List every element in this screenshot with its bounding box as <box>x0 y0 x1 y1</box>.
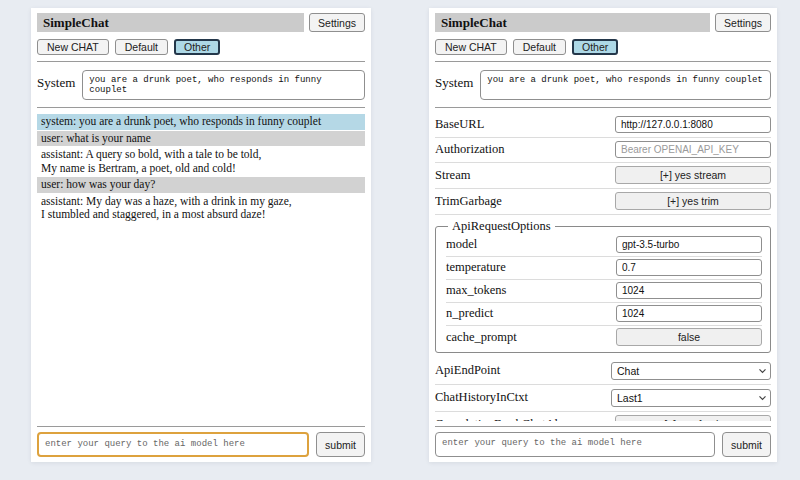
session-other-button[interactable]: Other <box>174 39 220 55</box>
chat-view-panel: SimpleChat Settings New CHAT Default Oth… <box>31 8 371 462</box>
cache-prompt-label: cache_prompt <box>446 330 517 345</box>
header: SimpleChat Settings <box>435 13 771 32</box>
cache-prompt-toggle-button[interactable]: false <box>616 328 762 346</box>
system-prompt-row: System you are a drunk poet, who respond… <box>435 70 771 100</box>
query-input[interactable] <box>37 432 309 457</box>
trimgarbage-toggle-button[interactable]: [+] yes trim <box>615 192 771 210</box>
system-prompt-row: System you are a drunk poet, who respond… <box>37 70 365 100</box>
setting-row-completionfreshchatalways: CompletionFreshChatAlways [+] yes fresh <box>435 412 771 421</box>
chat-message-assistant: assistant: A query so bold, with a tale … <box>37 147 365 176</box>
setting-row-n-predict: n_predict <box>446 303 762 326</box>
baseurl-input[interactable] <box>615 116 771 133</box>
chathistoryinctxt-label: ChatHistoryInCtxt <box>435 390 528 405</box>
model-input[interactable] <box>616 236 762 253</box>
authorization-input[interactable] <box>615 141 771 158</box>
new-chat-button[interactable]: New CHAT <box>435 39 507 55</box>
authorization-label: Authorization <box>435 142 504 157</box>
session-default-button[interactable]: Default <box>513 39 566 55</box>
n-predict-input[interactable] <box>616 305 762 322</box>
chathistoryinctxt-select[interactable]: Last1 <box>611 389 771 407</box>
query-input[interactable] <box>435 432 715 457</box>
app-title: SimpleChat <box>435 13 710 32</box>
baseurl-label: BaseURL <box>435 117 484 132</box>
system-label: System <box>37 70 75 91</box>
chevron-down-icon <box>758 393 767 401</box>
setting-row-authorization: Authorization <box>435 138 771 163</box>
setting-row-temperature: temperature <box>446 257 762 280</box>
session-bar: New CHAT Default Other <box>37 39 365 55</box>
system-prompt-textarea[interactable]: you are a drunk poet, who responds in fu… <box>480 70 771 100</box>
max-tokens-input[interactable] <box>616 282 762 299</box>
query-row: submit <box>435 432 771 457</box>
query-row: submit <box>37 432 365 457</box>
chathistoryinctxt-select-wrap: Last1 <box>611 388 771 407</box>
settings-view-panel: SimpleChat Settings New CHAT Default Oth… <box>429 8 777 462</box>
divider <box>37 107 365 108</box>
completionfreshchatalways-toggle-button[interactable]: [+] yes fresh <box>615 415 771 421</box>
system-label: System <box>435 70 473 91</box>
divider <box>435 426 771 427</box>
divider <box>435 107 771 108</box>
new-chat-button[interactable]: New CHAT <box>37 39 109 55</box>
chat-message-user: user: what is your name <box>37 131 365 147</box>
header: SimpleChat Settings <box>37 13 365 32</box>
settings-button[interactable]: Settings <box>309 13 365 32</box>
divider <box>37 61 365 62</box>
chat-message-system: system: you are a drunk poet, who respon… <box>37 114 365 130</box>
n-predict-label: n_predict <box>446 306 493 321</box>
trimgarbage-label: TrimGarbage <box>435 194 502 209</box>
submit-button[interactable]: submit <box>316 432 365 457</box>
setting-row-apiendpoint: ApiEndPoint Chat <box>435 358 771 385</box>
app-title: SimpleChat <box>37 13 304 32</box>
apiendpoint-label: ApiEndPoint <box>435 363 500 378</box>
chevron-down-icon <box>758 366 767 374</box>
submit-button[interactable]: submit <box>722 432 771 457</box>
divider <box>435 61 771 62</box>
temperature-input[interactable] <box>616 259 762 276</box>
divider <box>37 426 365 427</box>
system-prompt-textarea[interactable]: you are a drunk poet, who responds in fu… <box>82 70 365 100</box>
apiendpoint-select-wrap: Chat <box>611 361 771 380</box>
setting-row-model: model <box>446 234 762 257</box>
session-default-button[interactable]: Default <box>115 39 168 55</box>
max-tokens-label: max_tokens <box>446 283 506 298</box>
session-bar: New CHAT Default Other <box>435 39 771 55</box>
setting-row-chathistoryinctxt: ChatHistoryInCtxt Last1 <box>435 385 771 412</box>
settings-button[interactable]: Settings <box>715 13 771 32</box>
chat-message-list: system: you are a drunk poet, who respon… <box>37 114 365 421</box>
setting-row-baseurl: BaseURL <box>435 113 771 138</box>
setting-row-max-tokens: max_tokens <box>446 280 762 303</box>
apiendpoint-select[interactable]: Chat <box>611 362 771 380</box>
completionfreshchatalways-label: CompletionFreshChatAlways <box>435 417 584 422</box>
api-request-options-fieldset: ApiRequestOptions model temperature max_… <box>435 219 771 353</box>
session-other-button[interactable]: Other <box>572 39 618 55</box>
setting-row-stream: Stream [+] yes stream <box>435 163 771 189</box>
setting-row-trimgarbage: TrimGarbage [+] yes trim <box>435 189 771 215</box>
settings-list: BaseURL Authorization Stream [+] yes str… <box>435 113 771 421</box>
setting-row-cache-prompt: cache_prompt false <box>446 326 762 349</box>
stream-toggle-button[interactable]: [+] yes stream <box>615 166 771 184</box>
api-request-options-legend: ApiRequestOptions <box>448 219 555 234</box>
model-label: model <box>446 237 477 252</box>
stream-label: Stream <box>435 168 470 183</box>
chat-message-user: user: how was your day? <box>37 177 365 193</box>
temperature-label: temperature <box>446 260 506 275</box>
chat-message-assistant: assistant: My day was a haze, with a dri… <box>37 194 365 223</box>
